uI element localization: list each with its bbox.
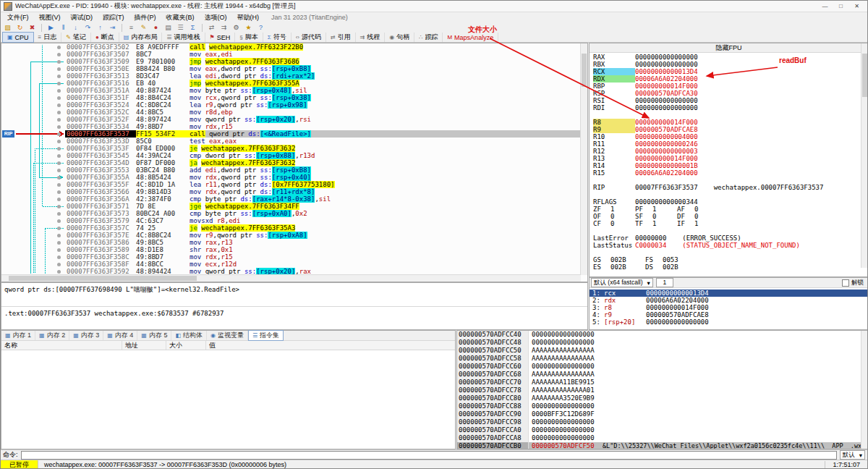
tab-seh[interactable]: ⚑SEH	[205, 33, 236, 42]
restart-icon[interactable]: ↻	[14, 23, 25, 33]
tab-call-stack[interactable]: ☰调用堆栈	[162, 33, 205, 42]
register-row-rip[interactable]: RIP00007FF6363F3537wechatappex.00007FF63…	[593, 184, 861, 191]
column-header-3[interactable]: 值	[206, 341, 455, 350]
tab-memory-map[interactable]: ▤内存布局	[119, 33, 163, 42]
menu-item-2[interactable]: 调试(D)	[66, 12, 98, 22]
breakpoints-icon[interactable]: ●	[150, 23, 161, 33]
stack-row[interactable]: 000000570ADFCCA80000000000000000	[457, 434, 868, 442]
breakpoint-dot[interactable]	[57, 82, 61, 85]
disasm-row[interactable]: 00007FF6363F352C44:8BC5mov r8d,ebp	[65, 109, 581, 116]
breakpoint-dot[interactable]	[57, 140, 61, 143]
breakpoint-dot[interactable]	[57, 118, 61, 122]
disasm-row[interactable]: 00007FF6363F352F48:897424mov qword ptr s…	[65, 116, 581, 123]
register-row-rbx[interactable]: RBX0000000000000000	[593, 61, 861, 68]
disasm-row[interactable]: 00007FF6363F351A40:887424mov byte ptr ss…	[65, 87, 581, 94]
stack-row[interactable]: 000000570ADFCCA00000000000000000	[457, 426, 868, 434]
flag-value[interactable]: 0	[610, 213, 635, 220]
disasm-row[interactable]: 00007FF6363F353D85C0test eax,eax	[65, 138, 581, 145]
bottom-tab-2[interactable]: ▦内存 3	[69, 331, 103, 340]
breakpoint-dot[interactable]	[57, 89, 61, 93]
breakpoint-dot[interactable]	[57, 270, 61, 274]
disasm-row[interactable]: 00007FF6363F357C74 25je wechatappex.7FF6…	[65, 224, 581, 232]
disasm-row[interactable]: 00007FF6363F350E8B8424 B80mov eax,dword …	[65, 65, 581, 72]
register-row-rax[interactable]: RAX0000000000000000	[593, 54, 861, 61]
notes-icon[interactable]: ✎	[138, 23, 149, 33]
flag-value[interactable]: 1	[652, 220, 677, 227]
maximize-button[interactable]: □	[833, 1, 848, 11]
tab-threads[interactable]: ⇉线程	[356, 33, 386, 42]
minimize-button[interactable]: —	[817, 1, 833, 11]
register-row-r10[interactable]: R100000000000004000	[593, 133, 861, 140]
stack-row[interactable]: 000000570ADFCC80AAAAAAAA3520E9B9	[457, 394, 868, 402]
breakpoint-dot[interactable]	[57, 248, 61, 252]
breakpoint-dot[interactable]	[57, 96, 61, 100]
call-stack-icon[interactable]: ☰	[175, 23, 186, 33]
register-row-laststatus[interactable]: LastStatusC0000034(STATUS_OBJECT_NAME_NO…	[593, 242, 861, 249]
breakpoint-dot[interactable]	[57, 183, 61, 187]
run-to-return-icon[interactable]: ⇥	[107, 23, 118, 33]
stack-row[interactable]: 000000570ADFCC58AAAAAAAAAAAAAAAA	[457, 355, 868, 363]
register-row-rdx[interactable]: RDX00006A6A02204000	[593, 75, 861, 83]
register-row-r9[interactable]: R9000000570ADFCAE8	[593, 126, 861, 133]
tab-log[interactable]: ≡日志	[34, 33, 62, 42]
close-button[interactable]: ✕	[849, 1, 864, 11]
register-row-rflags[interactable]: RFLAGS0000000000000344	[593, 198, 861, 206]
register-row-rbp[interactable]: RBP000000000014F000	[593, 83, 861, 90]
tab-handles[interactable]: ◉句柄	[385, 33, 414, 42]
breakpoint-dot[interactable]	[57, 125, 61, 129]
scrollbar-thumb[interactable]	[862, 54, 867, 97]
column-header-0[interactable]: 名称	[1, 341, 122, 350]
tab-references[interactable]: ⇄引用	[326, 33, 356, 42]
breakpoint-dot[interactable]	[57, 176, 61, 179]
breakpoint-dot[interactable]	[57, 212, 61, 216]
pause-icon[interactable]: ‖	[58, 23, 69, 33]
disasm-row[interactable]: 00007FF6363F3516EB 40jmp wechatappex.7FF…	[65, 80, 581, 87]
disasm-row[interactable]: 00007FF6363F357380BC24 A00cmp byte ptr s…	[65, 210, 581, 217]
flag-value[interactable]: 1	[610, 206, 635, 213]
flag-value[interactable]: 1	[694, 220, 719, 227]
disasm-row[interactable]: 00007FF6363F351F48:8B4C24mov rcx,qword p…	[65, 94, 581, 101]
bottom-tab-3[interactable]: ▦内存 4	[103, 331, 137, 340]
breakpoint-dot[interactable]	[57, 234, 61, 237]
disasm-row[interactable]: 00007FF6363F35138D3C47lea edi,dword ptr …	[65, 72, 581, 80]
tab-notes[interactable]: ✎笔记	[61, 33, 91, 42]
menu-item-5[interactable]: 收藏夹(B)	[161, 12, 200, 22]
disasm-row[interactable]: 00007FF6363F3502E8 A9EDFFFFcall wechatap…	[65, 43, 581, 51]
register-row-r14[interactable]: R14000000000000001B	[593, 162, 861, 169]
breakpoint-dot[interactable]	[57, 255, 61, 259]
step-out-icon[interactable]: ↑	[95, 23, 106, 33]
flag-value[interactable]: 002B	[663, 263, 697, 271]
register-row-r13[interactable]: R13000000000014F000	[593, 155, 861, 162]
stack-row[interactable]: 000000570ADFCC400000000000000000	[457, 331, 868, 339]
stack-row[interactable]: 000000570ADFCC68AAAAAAAAAAAAAAAA	[457, 371, 868, 379]
bottom-tab-4[interactable]: ▦内存 5	[137, 331, 171, 340]
references-icon[interactable]: ⇄	[206, 23, 217, 33]
stack-row[interactable]: 000000570ADFCCB0000000570ADFCF50&L"D:\\2…	[457, 442, 868, 449]
stack-row[interactable]: 000000570ADFCC900000BFF3C12D689F	[457, 410, 868, 418]
stack-row[interactable]: 000000570ADFCC980000000000000000	[457, 418, 868, 426]
register-row-rsp[interactable]: RSP000000570ADFCA30	[593, 90, 861, 97]
disasm-row[interactable]: 00007FF6363F35078BC7mov eax,edi	[65, 51, 581, 58]
disasm-row[interactable]: 00007FF6363F357E4C:8B8C24mov r9,qword pt…	[65, 232, 581, 239]
tab-script[interactable]: §脚本	[235, 33, 263, 42]
run-icon[interactable]: ▶	[46, 23, 56, 33]
stack-vscrollbar[interactable]	[861, 331, 868, 449]
scrollbar-thumb[interactable]	[9, 276, 197, 281]
disasm-row[interactable]: 00007FF6363F3537FF15 534F2call qword ptr…	[65, 130, 581, 138]
disasm-row[interactable]: 00007FF6363F35244C:8D8C24lea r9,qword pt…	[65, 101, 581, 109]
breakpoint-dot[interactable]	[57, 241, 61, 245]
column-header-2[interactable]: 大小	[166, 341, 206, 350]
argument-row[interactable]: 1:rcx00000000000013D4	[590, 290, 868, 297]
breakpoint-dot[interactable]	[57, 227, 61, 230]
breakpoint-dot[interactable]	[57, 132, 61, 136]
disasm-row[interactable]: 00007FF6363F358948:D1E8shr rax,0x1	[65, 246, 581, 253]
disasm-row[interactable]: 00007FF6363F353449:8BD7mov rdx,r15	[65, 123, 581, 130]
bottom-tab-7[interactable]: ☰指令集	[248, 330, 284, 341]
breakpoint-dot[interactable]	[57, 198, 61, 201]
tab-maps-analyze[interactable]: MMapsAnalyze	[443, 33, 498, 42]
unlock-checkbox[interactable]: 解锁	[842, 279, 864, 287]
menu-item-7[interactable]: 帮助(H)	[232, 12, 265, 22]
disasm-row[interactable]: 00007FF6363F355A48:8B5424mov rdx,qword p…	[65, 174, 581, 181]
breakpoint-dot[interactable]	[57, 103, 61, 107]
register-row-lasterror[interactable]: LastError00000000(ERROR_SUCCESS)	[593, 234, 861, 242]
